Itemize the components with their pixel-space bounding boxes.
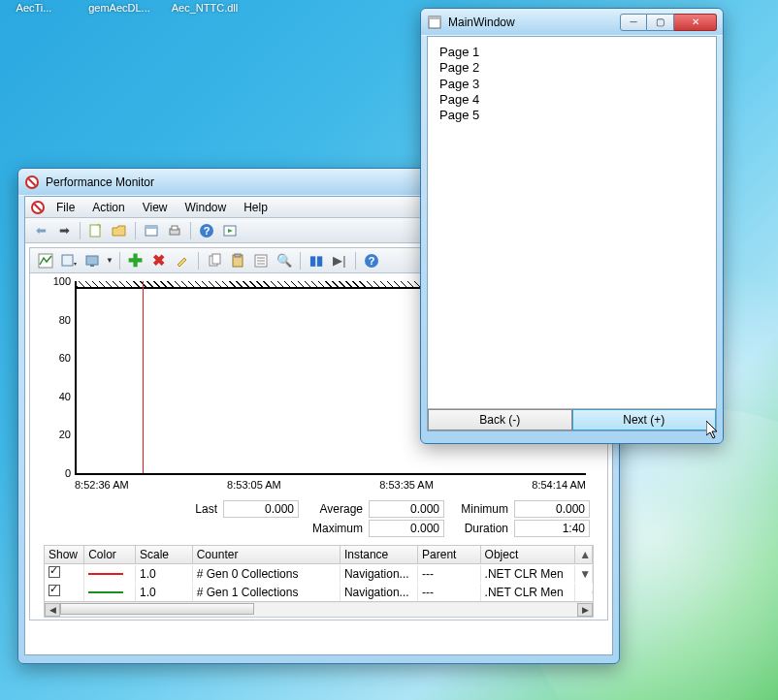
svg-marker-15 <box>74 263 77 266</box>
menu-help[interactable]: Help <box>236 199 276 216</box>
y-tick: 80 <box>44 314 71 326</box>
menu-window[interactable]: Window <box>178 199 235 216</box>
list-item[interactable]: Page 5 <box>439 108 704 123</box>
col-instance[interactable]: Instance <box>340 546 418 563</box>
x-tick: 8:53:35 AM <box>379 479 434 491</box>
separator <box>300 252 301 270</box>
app-menu-icon[interactable] <box>29 201 47 214</box>
cell-instance: Navigation... <box>340 584 418 601</box>
svg-text:?: ? <box>204 225 211 237</box>
list-item[interactable]: Page 1 <box>439 45 704 60</box>
properties-icon[interactable] <box>251 251 271 270</box>
scroll-down-icon[interactable]: ▼ <box>575 565 593 583</box>
freeze-icon[interactable]: ▮▮ <box>307 251 326 270</box>
copy-icon[interactable] <box>205 251 224 270</box>
minimize-button[interactable]: ─ <box>620 14 647 31</box>
list-item[interactable]: Page 4 <box>439 92 704 108</box>
desktop-icon-label: AecTi... <box>16 2 52 14</box>
update-icon[interactable]: ▶| <box>330 251 349 270</box>
legend-row[interactable]: 1.0 # Gen 0 Collections Navigation... --… <box>45 564 593 583</box>
add-icon[interactable]: ✚ <box>126 251 146 270</box>
print-icon[interactable] <box>165 221 184 240</box>
scroll-track[interactable] <box>60 603 577 617</box>
monitor-icon[interactable] <box>82 251 102 270</box>
separator <box>135 222 136 239</box>
desktop-icon[interactable]: AecTi... <box>0 0 68 14</box>
menu-file[interactable]: File <box>49 199 82 216</box>
cell-scale: 1.0 <box>136 565 193 583</box>
col-color[interactable]: Color <box>84 546 136 563</box>
svg-rect-8 <box>172 226 178 230</box>
desktop-icon-label: Aec_NTTC.dll <box>172 2 238 14</box>
forward-icon[interactable]: ➡ <box>54 221 74 240</box>
page-list[interactable]: Page 1 Page 2 Page 3 Page 4 Page 5 <box>428 37 716 408</box>
stat-average-label: Average <box>305 502 363 516</box>
run-icon[interactable] <box>220 221 240 240</box>
help2-icon[interactable]: ? <box>362 251 381 270</box>
delete-icon[interactable]: ✖ <box>149 251 169 270</box>
next-button-label: Next (+) <box>623 413 665 427</box>
scroll-up-icon[interactable]: ▲ <box>575 546 593 563</box>
stat-duration-value: 1:40 <box>514 520 590 537</box>
horizontal-scrollbar[interactable]: ◀ ▶ <box>45 601 593 617</box>
stat-maximum-value: 0.000 <box>369 520 444 537</box>
svg-text:?: ? <box>369 255 375 267</box>
y-tick: 40 <box>44 391 71 402</box>
desktop-icon[interactable]: gemAecDL... <box>85 0 153 14</box>
cell-object: .NET CLR Men <box>481 565 576 583</box>
cell-scale: 1.0 <box>136 584 193 601</box>
scroll-thumb[interactable] <box>60 603 254 615</box>
back-button[interactable]: Back (-) <box>428 409 572 430</box>
maximize-button[interactable]: ▢ <box>647 14 674 31</box>
window-title: MainWindow <box>448 16 620 29</box>
col-parent[interactable]: Parent <box>418 546 481 563</box>
highlight-icon[interactable] <box>173 251 192 270</box>
view-graph-icon[interactable] <box>36 251 55 270</box>
paste-icon[interactable] <box>228 251 247 270</box>
app-icon <box>427 15 442 30</box>
dropdown-icon[interactable] <box>59 251 79 270</box>
list-item[interactable]: Page 3 <box>439 77 704 92</box>
separator <box>190 222 191 239</box>
cell-parent: --- <box>418 584 481 601</box>
desktop-icon[interactable]: Aec_NTTC.dll <box>171 0 239 14</box>
scroll-left-icon[interactable]: ◀ <box>45 603 60 617</box>
svg-rect-14 <box>62 255 73 266</box>
window-icon[interactable] <box>142 221 161 240</box>
svg-rect-21 <box>235 254 241 257</box>
legend-row[interactable]: 1.0 # Gen 1 Collections Navigation... --… <box>45 583 593 601</box>
checkbox[interactable] <box>49 566 60 578</box>
svg-rect-16 <box>86 256 98 265</box>
open-icon[interactable] <box>110 221 129 240</box>
separator <box>355 252 356 270</box>
y-tick: 100 <box>44 275 71 287</box>
close-button[interactable]: ✕ <box>674 14 717 31</box>
menu-view[interactable]: View <box>135 199 176 216</box>
y-tick: 20 <box>44 429 71 440</box>
new-icon[interactable] <box>86 221 106 240</box>
svg-rect-4 <box>90 225 100 237</box>
col-counter[interactable]: Counter <box>193 546 340 563</box>
legend-table: Show Color Scale Counter Instance Parent… <box>44 545 594 618</box>
next-button[interactable]: Next (+) <box>572 409 717 430</box>
color-swatch <box>88 591 123 593</box>
main-window: MainWindow ─ ▢ ✕ Page 1 Page 2 Page 3 Pa… <box>420 8 724 444</box>
stat-last-label: Last <box>159 502 217 516</box>
col-object[interactable]: Object <box>481 546 576 563</box>
titlebar[interactable]: MainWindow ─ ▢ ✕ <box>421 9 723 36</box>
back-icon[interactable]: ⬅ <box>31 221 50 240</box>
stat-duration-label: Duration <box>450 522 508 535</box>
desktop-icon-label: gemAecDL... <box>88 2 150 14</box>
scroll-right-icon[interactable]: ▶ <box>577 603 593 617</box>
list-item[interactable]: Page 2 <box>439 60 704 76</box>
svg-rect-29 <box>429 16 440 19</box>
separator <box>198 252 199 270</box>
col-scale[interactable]: Scale <box>136 546 193 563</box>
chevron-down-icon[interactable]: ▼ <box>106 256 113 265</box>
col-show[interactable]: Show <box>45 546 84 563</box>
help-icon[interactable]: ? <box>197 221 216 240</box>
zoom-icon[interactable]: 🔍 <box>275 251 294 270</box>
checkbox[interactable] <box>49 585 60 596</box>
desktop-icons: AecTi... gemAecDL... Aec_NTTC.dll <box>0 0 239 14</box>
menu-action[interactable]: Action <box>84 199 132 216</box>
